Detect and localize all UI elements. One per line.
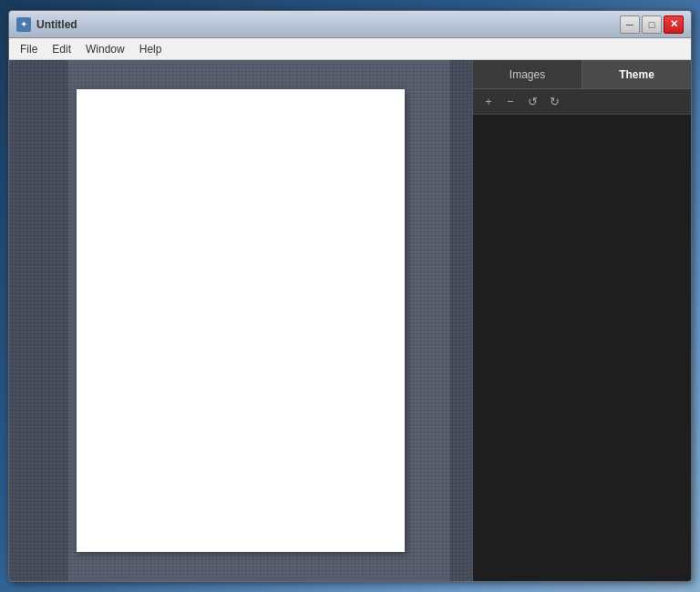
window-controls: ─ □ ✕ [620,15,684,34]
panel-body [473,115,691,581]
title-bar: ✦ Untitled ─ □ ✕ [9,11,691,38]
window-title: Untitled [36,18,77,31]
main-window: ✦ Untitled ─ □ ✕ File Edit Window Help [8,10,692,582]
remove-button[interactable]: − [502,94,519,110]
add-button[interactable]: + [480,94,497,110]
menu-file[interactable]: File [13,41,45,57]
left-gutter [9,60,68,581]
minimize-button[interactable]: ─ [620,15,640,34]
panel-tabs: Images Theme [473,60,691,89]
menu-bar: File Edit Window Help [9,38,691,60]
rotate-right-button[interactable]: ↻ [546,94,562,110]
panel-toolbar: + − ↺ ↻ [473,89,691,115]
tab-theme[interactable]: Theme [582,60,691,88]
tab-images[interactable]: Images [473,60,582,88]
canvas-area [9,60,472,581]
right-gutter [449,60,472,581]
rotate-left-button[interactable]: ↺ [524,94,540,110]
menu-help[interactable]: Help [132,41,170,57]
title-bar-left: ✦ Untitled [16,17,77,32]
close-button[interactable]: ✕ [664,15,684,34]
canvas[interactable] [77,89,405,552]
maximize-button[interactable]: □ [642,15,662,34]
menu-window[interactable]: Window [78,41,132,57]
right-panel: Images Theme + − ↺ ↻ [472,60,691,581]
window-content: Images Theme + − ↺ ↻ [9,60,691,581]
app-icon: ✦ [16,17,31,32]
menu-edit[interactable]: Edit [45,41,78,57]
